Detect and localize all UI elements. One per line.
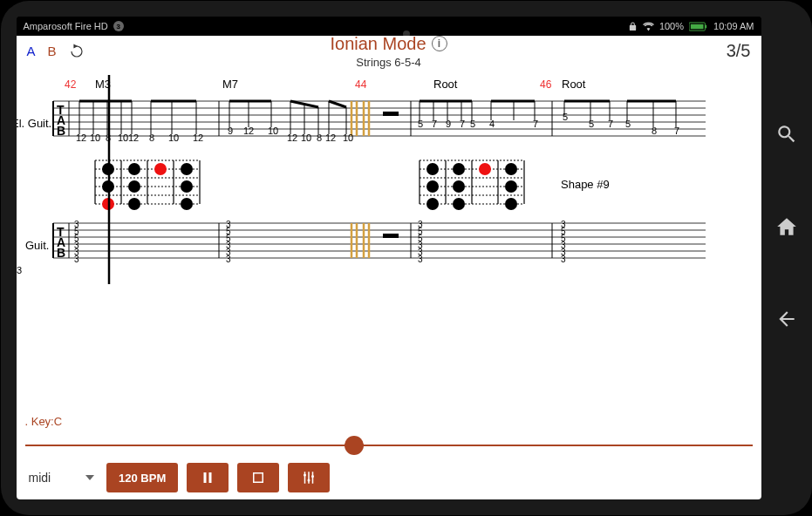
- search-icon[interactable]: [775, 123, 798, 146]
- pause-button[interactable]: [187, 463, 229, 492]
- bpm-button[interactable]: 120 BPM: [106, 463, 178, 492]
- svg-text:10: 10: [168, 132, 179, 143]
- svg-text:7: 7: [674, 126, 679, 136]
- svg-point-126: [453, 180, 465, 193]
- battery-icon: [689, 22, 708, 31]
- time: 10:09 AM: [713, 21, 754, 31]
- svg-rect-2: [705, 24, 706, 28]
- svg-line-50: [329, 101, 346, 107]
- svg-point-109: [181, 198, 193, 210]
- svg-text:5: 5: [589, 119, 594, 129]
- track-label: El. Guit.: [17, 117, 51, 130]
- svg-text:7: 7: [432, 119, 437, 129]
- svg-point-127: [505, 180, 517, 193]
- device-name: Amparosoft Fire HD: [24, 21, 108, 31]
- svg-text:5: 5: [625, 119, 631, 129]
- battery-percent: 100%: [659, 21, 684, 31]
- svg-point-121: [426, 163, 439, 175]
- svg-point-123: [479, 163, 491, 175]
- svg-text:12: 12: [287, 132, 297, 143]
- page-counter: 3/5: [727, 41, 751, 61]
- rest: [383, 234, 399, 238]
- svg-point-122: [453, 163, 465, 175]
- svg-text:3: 3: [74, 255, 79, 264]
- svg-text:10: 10: [268, 126, 278, 136]
- svg-point-102: [154, 163, 167, 175]
- track-label: Guit.: [25, 239, 49, 252]
- home-icon[interactable]: [775, 215, 798, 238]
- wifi-icon: [643, 21, 654, 32]
- svg-text:12: 12: [325, 132, 336, 143]
- svg-text:3: 3: [17, 265, 22, 275]
- svg-text:7: 7: [460, 119, 465, 129]
- svg-text:3: 3: [226, 255, 231, 264]
- marker-b[interactable]: B: [48, 44, 57, 58]
- mixer-button[interactable]: [288, 463, 330, 492]
- svg-point-124: [505, 163, 517, 175]
- lock-icon: [628, 22, 638, 31]
- svg-point-128: [426, 198, 439, 210]
- shape-label: Shape #9: [561, 178, 610, 191]
- svg-text:12: 12: [193, 132, 203, 143]
- svg-text:8: 8: [317, 132, 322, 143]
- svg-text:3: 3: [561, 255, 566, 264]
- svg-rect-175: [209, 472, 212, 483]
- svg-text:5: 5: [418, 119, 423, 129]
- svg-point-180: [304, 474, 306, 477]
- fretboard-diagram: [420, 160, 524, 210]
- svg-text:12: 12: [128, 132, 139, 143]
- svg-text:7: 7: [608, 119, 613, 129]
- marker-a[interactable]: A: [27, 44, 36, 58]
- svg-text:12: 12: [243, 126, 254, 136]
- loop-icon[interactable]: [69, 44, 85, 59]
- svg-text:10: 10: [118, 132, 128, 143]
- svg-text:8: 8: [652, 126, 657, 136]
- svg-text:12: 12: [76, 132, 86, 143]
- svg-point-105: [128, 180, 140, 193]
- svg-point-103: [181, 163, 193, 175]
- svg-text:10: 10: [90, 132, 100, 143]
- back-icon[interactable]: [775, 308, 798, 330]
- info-icon[interactable]: i: [432, 36, 447, 51]
- svg-point-182: [311, 475, 314, 478]
- svg-text:8: 8: [149, 132, 154, 143]
- svg-text:5: 5: [563, 112, 568, 122]
- svg-text:3: 3: [418, 255, 423, 264]
- interval-label: Root: [433, 78, 458, 91]
- bar-number: 42: [65, 78, 77, 91]
- output-select[interactable]: midi: [25, 471, 99, 485]
- bar-number: 44: [355, 78, 367, 91]
- svg-text:10: 10: [301, 132, 311, 143]
- position-slider[interactable]: [25, 437, 753, 454]
- bar-number: 46: [540, 78, 552, 91]
- svg-point-106: [181, 180, 193, 193]
- interval-label: Root: [562, 78, 586, 91]
- score-area[interactable]: 42 M3 M7 44 Root 46 Root El. Guit. T A B: [17, 66, 761, 408]
- svg-text:9: 9: [446, 119, 451, 129]
- interval-label: M7: [222, 78, 238, 91]
- svg-text:10: 10: [343, 132, 353, 143]
- svg-point-101: [128, 163, 140, 175]
- key-label: . Key:C: [25, 415, 753, 428]
- svg-text:5: 5: [470, 119, 475, 129]
- page-title: Ionian Mode: [330, 34, 426, 54]
- svg-point-181: [308, 479, 310, 482]
- svg-text:9: 9: [228, 126, 233, 136]
- svg-text:7: 7: [533, 119, 538, 129]
- svg-rect-174: [204, 472, 207, 483]
- svg-rect-1: [691, 24, 704, 29]
- slider-thumb[interactable]: [345, 436, 364, 455]
- notification-badge: 3: [113, 21, 124, 31]
- svg-point-125: [426, 180, 439, 193]
- svg-point-129: [453, 198, 465, 210]
- svg-text:4: 4: [489, 119, 495, 129]
- chevron-down-icon: [85, 475, 94, 480]
- svg-point-130: [505, 198, 517, 210]
- rest: [383, 112, 399, 116]
- svg-point-108: [128, 198, 140, 210]
- svg-rect-176: [254, 473, 263, 483]
- fretboard-diagram: [95, 160, 200, 210]
- stop-button[interactable]: [237, 463, 279, 492]
